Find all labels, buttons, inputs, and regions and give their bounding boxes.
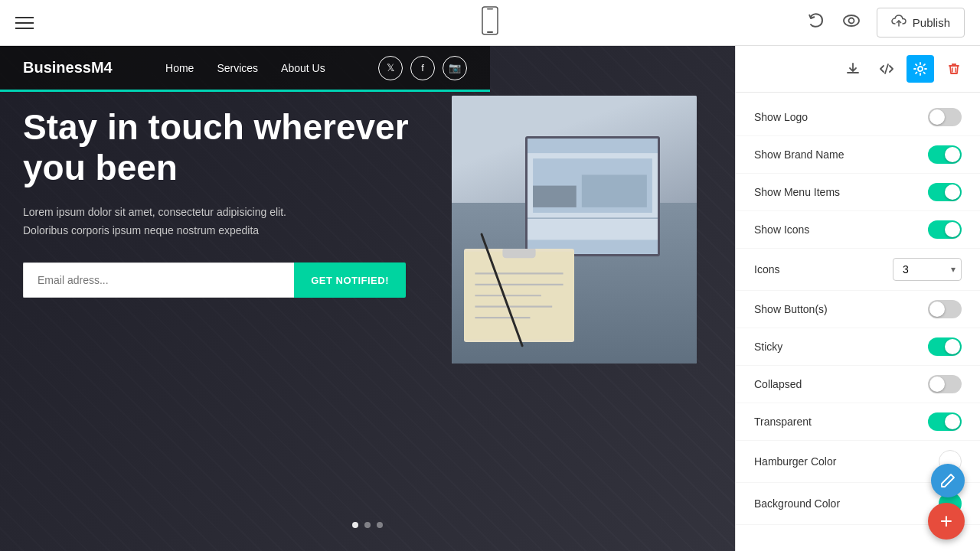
nav-icon-facebook[interactable]: f bbox=[410, 56, 435, 80]
nav-link-services[interactable]: Services bbox=[217, 62, 258, 74]
publish-label: Publish bbox=[913, 16, 950, 29]
hero-image-inner bbox=[452, 96, 697, 364]
publish-button[interactable]: Publish bbox=[877, 8, 965, 37]
nav-link-home[interactable]: Home bbox=[165, 62, 194, 74]
website-preview: BusinessM4 Home Services About Us 𝕏 f 📷 … bbox=[0, 46, 735, 551]
dot-2[interactable] bbox=[364, 522, 371, 528]
toolbar: Publish bbox=[0, 0, 980, 46]
icons-count-label: Icons bbox=[754, 263, 779, 276]
transparent-toggle[interactable] bbox=[928, 412, 962, 431]
setting-sticky: Sticky bbox=[736, 328, 980, 366]
toolbar-left bbox=[15, 17, 34, 29]
transparent-label: Transparent bbox=[754, 416, 812, 428]
svg-line-18 bbox=[885, 64, 888, 73]
download-icon[interactable] bbox=[839, 55, 867, 83]
hamburger-icon[interactable] bbox=[15, 17, 34, 29]
show-buttons-toggle[interactable] bbox=[928, 300, 962, 318]
sticky-toggle[interactable] bbox=[928, 337, 962, 356]
toolbar-center bbox=[482, 6, 498, 40]
setting-show-icons: Show Icons bbox=[736, 211, 980, 249]
nav-icons: 𝕏 f 📷 bbox=[378, 56, 467, 80]
hero-subtitle: Lorem ipsum dolor sit amet, consectetur … bbox=[23, 204, 467, 240]
svg-rect-10 bbox=[582, 174, 647, 207]
setting-icons-count: Icons 1 2 3 4 5 bbox=[736, 249, 980, 291]
nav-link-about[interactable]: About Us bbox=[281, 62, 325, 74]
settings-icon[interactable] bbox=[906, 55, 934, 83]
svg-rect-1 bbox=[487, 31, 493, 33]
setting-show-brand-name: Show Brand Name bbox=[736, 136, 980, 174]
show-buttons-label: Show Button(s) bbox=[754, 303, 828, 315]
hero-content: Stay in touch wherever you been Lorem ip… bbox=[23, 107, 467, 298]
hero-image bbox=[452, 96, 697, 364]
setting-transparent: Transparent bbox=[736, 403, 980, 441]
hero-title: Stay in touch wherever you been bbox=[23, 107, 467, 188]
undo-icon[interactable] bbox=[806, 11, 826, 35]
main-area: BusinessM4 Home Services About Us 𝕏 f 📷 … bbox=[0, 46, 980, 551]
panel-icon-row bbox=[736, 46, 980, 93]
fab-add-icon: + bbox=[940, 510, 952, 532]
svg-point-3 bbox=[844, 15, 859, 26]
setting-show-menu-items: Show Menu Items bbox=[736, 174, 980, 211]
email-form: GET NOTIFIED! bbox=[23, 262, 406, 298]
fab-add-button[interactable]: + bbox=[928, 503, 965, 540]
svg-rect-9 bbox=[533, 185, 577, 207]
show-brand-name-label: Show Brand Name bbox=[754, 148, 844, 161]
show-icons-toggle[interactable] bbox=[928, 220, 962, 239]
email-input[interactable] bbox=[23, 262, 294, 298]
notify-button[interactable]: GET NOTIFIED! bbox=[294, 262, 406, 298]
sticky-label: Sticky bbox=[754, 341, 782, 353]
svg-rect-0 bbox=[482, 7, 498, 34]
phone-device-icon[interactable] bbox=[482, 6, 498, 40]
show-logo-label: Show Logo bbox=[754, 111, 808, 123]
hamburger-color-label: Hamburger Color bbox=[754, 455, 836, 468]
svg-rect-12 bbox=[502, 249, 535, 258]
setting-show-logo: Show Logo bbox=[736, 99, 980, 136]
show-icons-label: Show Icons bbox=[754, 223, 809, 236]
setting-collapsed: Collapsed bbox=[736, 366, 980, 403]
background-color-label: Background Color bbox=[754, 497, 840, 510]
clipboard bbox=[464, 249, 574, 343]
icons-count-select-wrapper: 1 2 3 4 5 bbox=[893, 258, 962, 281]
show-menu-items-label: Show Menu Items bbox=[754, 186, 840, 198]
collapsed-label: Collapsed bbox=[754, 378, 802, 390]
show-brand-name-toggle[interactable] bbox=[928, 145, 962, 164]
nav-links: Home Services About Us bbox=[165, 62, 325, 74]
toolbar-right: Publish bbox=[806, 8, 965, 37]
collapsed-toggle[interactable] bbox=[928, 375, 962, 393]
dot-1[interactable] bbox=[352, 522, 358, 528]
nav-icon-twitter[interactable]: 𝕏 bbox=[378, 56, 403, 80]
code-icon[interactable] bbox=[873, 55, 900, 83]
cloud-upload-icon bbox=[891, 15, 906, 31]
svg-point-4 bbox=[848, 18, 854, 23]
icons-count-select[interactable]: 1 2 3 4 5 bbox=[893, 258, 962, 281]
brand-name: BusinessM4 bbox=[23, 59, 113, 77]
dot-3[interactable] bbox=[377, 522, 383, 528]
trash-icon[interactable] bbox=[940, 55, 968, 83]
nav-icon-instagram[interactable]: 📷 bbox=[443, 56, 467, 80]
laptop-screen bbox=[525, 136, 660, 257]
site-nav: BusinessM4 Home Services About Us 𝕏 f 📷 bbox=[0, 46, 490, 92]
setting-show-buttons: Show Button(s) bbox=[736, 291, 980, 328]
show-menu-items-toggle[interactable] bbox=[928, 183, 962, 201]
fab-edit-button[interactable] bbox=[931, 464, 965, 497]
preview-icon[interactable] bbox=[841, 11, 861, 35]
svg-rect-2 bbox=[487, 8, 493, 10]
svg-point-19 bbox=[918, 67, 923, 71]
carousel-dots bbox=[352, 522, 383, 528]
show-logo-toggle[interactable] bbox=[928, 108, 962, 126]
